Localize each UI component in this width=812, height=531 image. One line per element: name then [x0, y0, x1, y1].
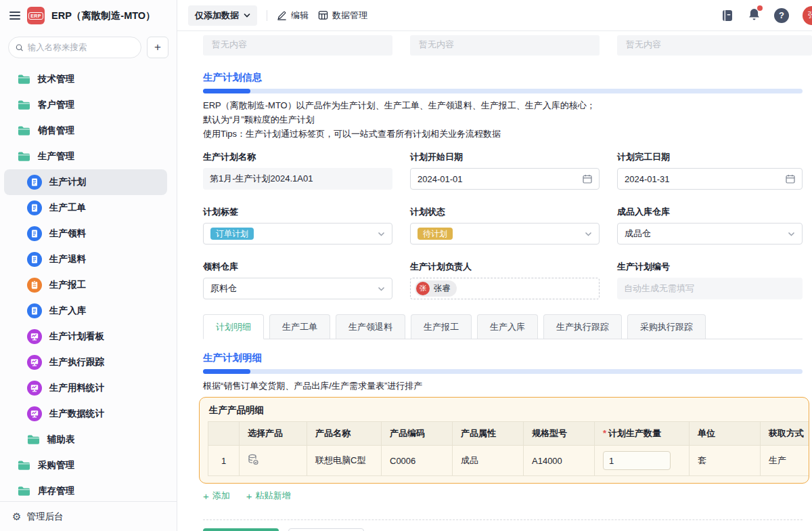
plus-icon: +	[246, 491, 252, 501]
sidebar-item-label: 生产报工	[49, 279, 86, 291]
table-actions: +添加 +粘贴新增	[203, 490, 812, 502]
empty-field-placeholder[interactable]: 暂无内容	[203, 35, 392, 56]
plan-status-select[interactable]: 待计划	[410, 223, 600, 245]
finished-goods-warehouse-select[interactable]: 成品仓	[617, 223, 803, 245]
sidebar-item-label: 销售管理	[38, 125, 74, 137]
section-progress-bar	[203, 369, 803, 374]
submit-button[interactable]: 提交	[203, 528, 279, 531]
search-input[interactable]	[28, 43, 134, 52]
search-field[interactable]	[8, 37, 141, 58]
sidebar-item-inventory-mgmt[interactable]: 库存管理	[4, 478, 167, 501]
calendar-icon	[583, 174, 592, 184]
field-label: 生产计划编号	[617, 261, 803, 273]
col-product-code: 产品编码	[382, 422, 453, 446]
product-table-header-row: 选择产品 产品名称 产品编码 产品属性 规格型号 *计划生产数量 单位 获取方式	[208, 422, 810, 446]
address-book-icon[interactable]	[721, 9, 734, 22]
plan-tag-chip: 订单计划	[210, 228, 254, 240]
field-label: 计划标签	[203, 206, 392, 218]
sidebar-item-plan-board[interactable]: 生产计划看板	[4, 324, 167, 349]
tab-plan-detail[interactable]: 计划明细	[203, 314, 264, 339]
tab-1[interactable]: 生产工单	[269, 314, 330, 339]
sidebar-item-label: 生产管理	[38, 150, 74, 163]
menu-toggle-icon[interactable]	[9, 12, 20, 20]
sidebar-item-production-data-stats[interactable]: 生产数据统计	[4, 401, 167, 427]
notifications-button[interactable]	[748, 7, 761, 24]
sidebar-item-sales-mgmt[interactable]: 销售管理	[4, 118, 167, 144]
sidebar-item-exec-tracking[interactable]: 生产执行跟踪	[4, 349, 167, 375]
dashboard-icon	[27, 406, 42, 421]
plus-icon: +	[203, 491, 209, 501]
unit-cell: 套	[690, 446, 761, 476]
col-product-name: 产品名称	[307, 422, 382, 446]
select-product-cell[interactable]	[240, 446, 307, 476]
worksheet-icon	[27, 303, 42, 318]
spec-model-cell: A14000	[524, 446, 595, 476]
edit-label: 编辑	[291, 9, 309, 22]
tab-4[interactable]: 生产入库	[477, 314, 538, 339]
sidebar-item-label: 客户管理	[38, 99, 74, 111]
paste-add-link[interactable]: +粘贴新增	[246, 490, 291, 502]
col-spec-model: 规格型号	[524, 422, 595, 446]
sidebar-item-material-picking[interactable]: 生产领料	[4, 221, 167, 247]
start-date-input[interactable]: 2024-01-01	[410, 168, 600, 190]
sidebar-item-material-return[interactable]: 生产退料	[4, 247, 167, 272]
sidebar-item-customer-mgmt[interactable]: 客户管理	[4, 92, 167, 118]
owner-name: 张睿	[434, 283, 451, 295]
search-icon	[16, 43, 24, 52]
data-manage-button[interactable]: 数据管理	[318, 9, 367, 22]
required-marker: *	[603, 428, 606, 438]
owner-chip[interactable]: 张 张睿	[415, 280, 457, 297]
finish-date-input[interactable]: 2024-01-31	[617, 168, 803, 190]
admin-console-link[interactable]: ⚙ 管理后台	[0, 501, 177, 531]
edit-button[interactable]: 编辑	[277, 9, 309, 22]
folder-icon	[18, 125, 30, 136]
sidebar-item-production-plan[interactable]: 生产计划	[4, 169, 167, 195]
tab-5[interactable]: 生产执行跟踪	[543, 314, 622, 339]
user-avatar[interactable]: 张	[803, 6, 812, 25]
chevron-down-icon	[244, 13, 250, 18]
field-finished-goods-warehouse: 成品入库仓库 成品仓	[617, 206, 803, 245]
empty-field-placeholder[interactable]: 暂无内容	[410, 35, 600, 56]
sidebar-item-material-usage-stats[interactable]: 生产用料统计	[4, 375, 167, 401]
sidebar-item-purchase-mgmt[interactable]: 采购管理	[4, 452, 167, 478]
tab-3[interactable]: 生产报工	[411, 314, 472, 339]
plan-name-input[interactable]: 第1月-生产计划2024.1A01	[203, 168, 392, 190]
field-finish-date: 计划完工日期 2024-01-31	[617, 151, 803, 190]
view-mode-dropdown[interactable]: 仅添加数据	[188, 5, 257, 26]
col-plan-qty: *计划生产数量	[595, 422, 690, 446]
sidebar-item-tech-mgmt[interactable]: 技术管理	[4, 66, 167, 92]
row-index: 1	[208, 446, 240, 476]
desc-line: 使用Tips：生产计划通过标签页，可以一站式查看所有计划相关业务流程数据	[203, 127, 812, 141]
add-row-link[interactable]: +添加	[203, 490, 230, 502]
tab-2[interactable]: 生产领退料	[336, 314, 405, 339]
record-detail-content: 暂无内容 暂无内容 暂无内容 生产计划信息 ERP（离散制造-MTO）以产品作为…	[177, 31, 812, 531]
plan-tag-select[interactable]: 订单计划	[203, 223, 392, 245]
save-draft-button[interactable]: 保存草稿	[288, 528, 364, 531]
field-plan-tag: 计划标签 订单计划	[203, 206, 392, 245]
section-detail-description: 根据“销售订单交货期、产品出库/生产需求量表”进行排产	[203, 379, 812, 393]
picking-warehouse-select[interactable]: 原料仓	[203, 278, 392, 299]
sidebar-item-auxiliary-tables[interactable]: 辅助表	[4, 427, 167, 452]
worksheet-icon	[27, 175, 42, 190]
col-select-product: 选择产品	[240, 422, 307, 446]
worksheet-icon	[27, 252, 42, 267]
desc-line: ERP（离散制造-MTO）以产品作为生产计划、生产工单、生产领退料、生产报工、生…	[203, 98, 812, 112]
field-start-date: 计划开始日期 2024-01-01	[410, 151, 600, 190]
toolbar-right: ? 张	[721, 6, 812, 25]
owner-member-field[interactable]: 张 张睿	[410, 278, 600, 299]
col-acquire-mode: 获取方式	[761, 422, 810, 446]
empty-field-placeholder[interactable]: 暂无内容	[617, 35, 812, 56]
tab-6[interactable]: 采购执行跟踪	[627, 314, 706, 339]
sidebar-item-production-mgmt[interactable]: 生产管理	[4, 144, 167, 169]
admin-console-label: 管理后台	[26, 511, 63, 523]
toolbar-divider	[267, 10, 267, 21]
sidebar-item-production-inbound[interactable]: 生产入库	[4, 298, 167, 324]
sidebar-item-work-order[interactable]: 生产工单	[4, 195, 167, 221]
sidebar-header: ERP ERP（离散制造-MTO）	[0, 0, 177, 31]
add-app-item-button[interactable]: +	[147, 37, 168, 58]
sidebar-item-work-report[interactable]: 生产报工	[4, 272, 167, 298]
notification-dot	[757, 5, 763, 11]
help-button[interactable]: ?	[774, 8, 789, 23]
plan-qty-input[interactable]	[603, 451, 671, 470]
chevron-down-icon	[585, 232, 592, 236]
